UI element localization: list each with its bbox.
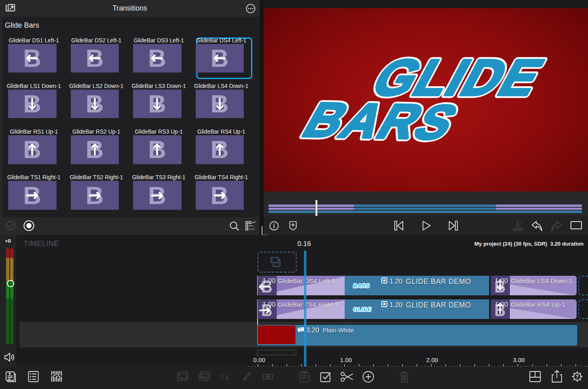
svg-text:BARS: BARS — [294, 93, 469, 149]
svg-text:?: ? — [576, 374, 579, 380]
